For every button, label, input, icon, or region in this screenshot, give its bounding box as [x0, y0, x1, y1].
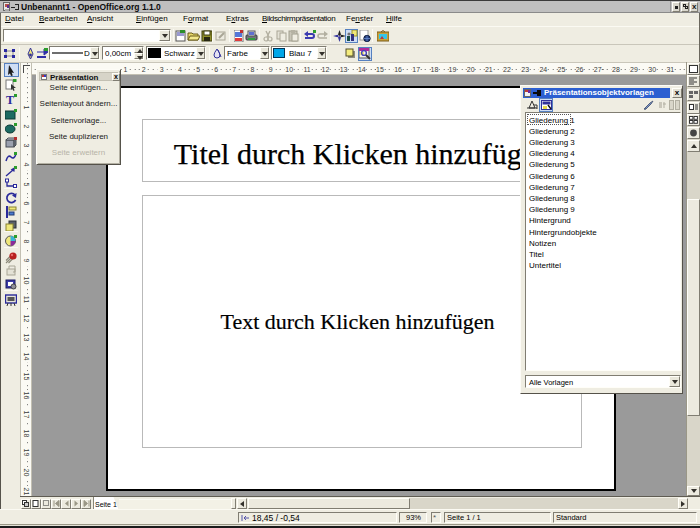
svg-text:T: T — [6, 94, 14, 106]
